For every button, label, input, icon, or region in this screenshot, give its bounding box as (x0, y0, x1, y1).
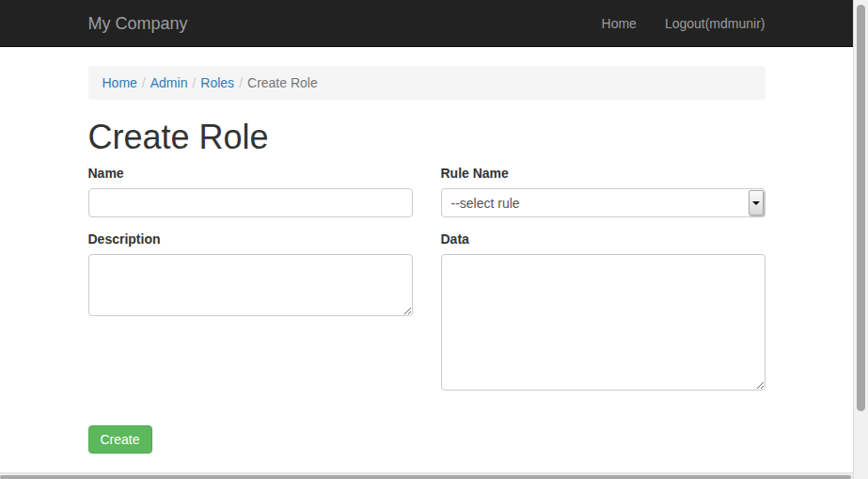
horizontal-scrollbar[interactable] (0, 472, 853, 479)
horizontal-scrollbar-thumb[interactable] (0, 475, 851, 479)
rule-name-label: Rule Name (441, 166, 509, 181)
form-left-column: Name Description (88, 166, 413, 405)
breadcrumb-link-home[interactable]: Home (103, 75, 137, 90)
name-input[interactable] (88, 188, 413, 217)
name-field-group: Name (88, 166, 413, 217)
data-label: Data (441, 232, 469, 247)
description-field-group: Description (88, 232, 413, 316)
name-label: Name (88, 166, 124, 181)
navbar-brand-link[interactable]: My Company (88, 0, 188, 47)
breadcrumb-link-admin[interactable]: Admin (150, 75, 188, 90)
navbar: My Company Home Logout(mdmunir) (0, 0, 853, 47)
navbar-menu: Home Logout(mdmunir) (588, 0, 780, 47)
main-content: Home/Admin/Roles/Create Role Create Role… (74, 66, 780, 454)
page-title: Create Role (88, 119, 765, 156)
rule-name-field-group: Rule Name --select rule (441, 166, 765, 217)
nav-link-logout[interactable]: Logout(mdmunir) (651, 0, 780, 47)
create-role-form: Name Description Rule Name --select rule (88, 166, 765, 454)
form-right-column: Rule Name --select rule Data (441, 166, 765, 405)
data-textarea[interactable] (441, 254, 765, 391)
data-field-group: Data (441, 232, 765, 391)
breadcrumb-link-roles[interactable]: Roles (200, 75, 234, 90)
breadcrumb-current-page: Create Role (247, 75, 318, 90)
rule-name-select[interactable]: --select rule (441, 188, 765, 217)
nav-link-home[interactable]: Home (588, 0, 651, 47)
breadcrumb-separator: / (187, 75, 200, 90)
vertical-scrollbar-thumb[interactable] (857, 5, 865, 411)
breadcrumb-separator: / (234, 75, 247, 90)
description-textarea[interactable] (88, 254, 413, 316)
create-button[interactable]: Create (88, 425, 152, 454)
description-label: Description (88, 232, 161, 247)
breadcrumb: Home/Admin/Roles/Create Role (88, 66, 765, 100)
breadcrumb-separator: / (137, 75, 150, 90)
page-viewport: My Company Home Logout(mdmunir) Home/Adm… (0, 0, 853, 479)
vertical-scrollbar[interactable] (853, 0, 868, 479)
